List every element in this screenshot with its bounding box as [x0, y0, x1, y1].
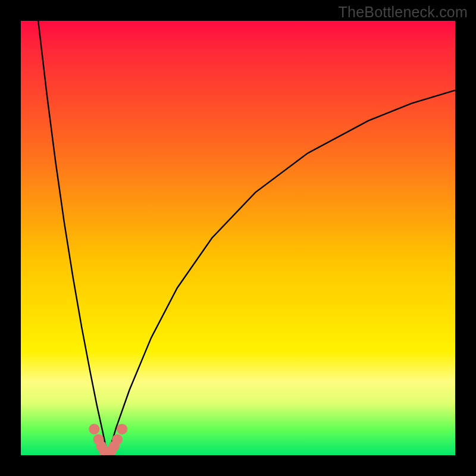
marker-point: [89, 424, 99, 434]
gradient-plot-area: [21, 21, 455, 455]
chart-frame: TheBottleneck.com: [0, 0, 476, 476]
chart-svg: [21, 21, 455, 455]
watermark-text: TheBottleneck.com: [339, 4, 468, 21]
marker-point: [112, 434, 123, 445]
curve-left: [38, 21, 108, 455]
curve-right: [108, 90, 455, 455]
bottom-markers: [89, 424, 127, 455]
marker-point: [117, 424, 127, 434]
